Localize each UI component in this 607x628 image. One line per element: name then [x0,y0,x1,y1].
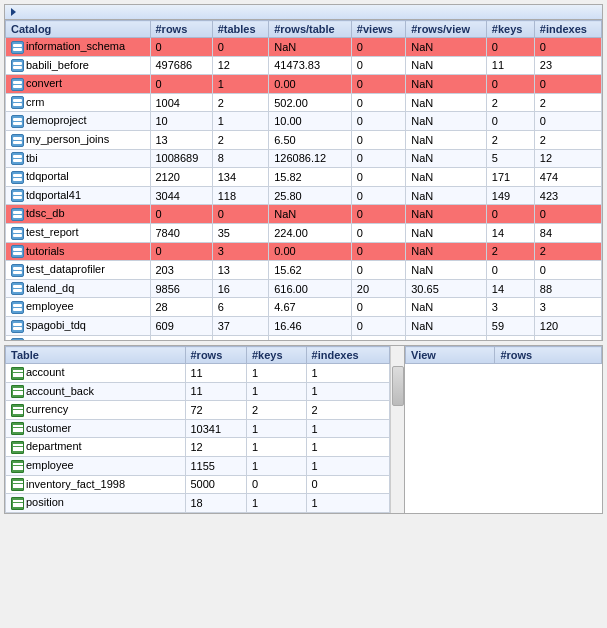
list-item[interactable]: customer1034111 [6,419,390,438]
table-cell: 0 [351,75,405,94]
list-item[interactable]: account1111 [6,364,390,383]
table-cell: 37 [212,316,269,335]
table-cell: 33.00 [269,335,352,340]
table-cell: NaN [406,149,487,168]
catalog-name: weka [6,335,151,340]
table-cell: 0 [486,261,534,280]
table-cell: 0 [351,298,405,317]
table-row[interactable]: tdqportal41304411825.800NaN149423 [6,186,602,205]
table-cell: 0 [351,242,405,261]
table-row[interactable]: spagobi_tdq6093716.460NaN59120 [6,316,602,335]
table-cell: 35 [212,223,269,242]
table-cell: NaN [269,205,352,224]
table-cell: 0 [212,38,269,57]
table-row[interactable]: crm10042502.000NaN22 [6,93,602,112]
table-cell: 0 [351,223,405,242]
scrollbar[interactable] [390,346,404,513]
table-cell: 0 [534,112,601,131]
table-row[interactable]: tdqportal212013415.820NaN171474 [6,168,602,187]
table-cell: NaN [406,261,487,280]
table-row[interactable]: weka33133.000NaN00 [6,335,602,340]
table-cell: 1 [306,456,389,475]
table-cell: 6.50 [269,130,352,149]
table-cell: 0 [486,205,534,224]
table-name: account_back [6,382,186,401]
table-cell: 0 [486,335,534,340]
top-table-header--views: #views [351,21,405,38]
table-cell: 12 [534,149,601,168]
table-cell: 118 [212,186,269,205]
table-cell: 1 [306,419,389,438]
table-row[interactable]: talend_dq985616616.002030.651488 [6,279,602,298]
table-cell: 16 [212,279,269,298]
table-cell: 11 [185,364,246,383]
table-cell: 1 [246,494,306,513]
table-cell: 6 [212,298,269,317]
table-row[interactable]: demoproject10110.000NaN00 [6,112,602,131]
table-cell: 16.46 [269,316,352,335]
list-item[interactable]: account_back1111 [6,382,390,401]
catalog-name: test_dataprofiler [6,261,151,280]
database-icon [11,264,24,277]
table-row[interactable]: my_person_joins1326.500NaN22 [6,130,602,149]
list-item[interactable]: employee115511 [6,456,390,475]
top-table-header--tables: #tables [212,21,269,38]
table-row[interactable]: test_dataprofiler2031315.620NaN00 [6,261,602,280]
table-cell: 23 [534,56,601,75]
table-row[interactable]: tbi10086898126086.120NaN512 [6,149,602,168]
table-cell: 0 [150,242,212,261]
catalog-name: demoproject [6,112,151,131]
table-cell: 224.00 [269,223,352,242]
database-icon [11,59,24,72]
table-cell: 1 [246,419,306,438]
br-header-view: View [406,347,495,364]
list-item[interactable]: department1211 [6,438,390,457]
table-cell: 12 [185,438,246,457]
table-row[interactable]: babili_before4976861241473.830NaN1123 [6,56,602,75]
bottom-left-table: Table#rows#keys#indexes account1111accou… [5,346,390,513]
database-icon [11,320,24,333]
table-name: inventory_fact_1998 [6,475,186,494]
catalog-name: babili_before [6,56,151,75]
table-row[interactable]: tutorials030.000NaN22 [6,242,602,261]
table-cell: NaN [406,38,487,57]
table-row[interactable]: convert010.000NaN00 [6,75,602,94]
table-row[interactable]: employee2864.670NaN33 [6,298,602,317]
table-icon [11,385,24,398]
table-row[interactable]: test_report784035224.000NaN1484 [6,223,602,242]
table-icon [11,404,24,417]
statistical-information-panel: Catalog#rows#tables#rows/table#views#row… [4,4,603,341]
bottom-right-header-row: View#rows [406,347,602,364]
table-cell: 171 [486,168,534,187]
table-cell: 10 [150,112,212,131]
table-cell: 10341 [185,419,246,438]
bottom-left-panel: Table#rows#keys#indexes account1111accou… [5,346,405,513]
scrollbar-thumb[interactable] [392,366,404,406]
table-cell: 0 [534,335,601,340]
list-item[interactable]: position1811 [6,494,390,513]
table-cell: 0 [351,261,405,280]
database-icon [11,338,24,340]
table-cell: 0 [534,75,601,94]
table-cell: 72 [185,401,246,420]
top-table-header--rows-view: #rows/view [406,21,487,38]
list-item[interactable]: inventory_fact_1998500000 [6,475,390,494]
table-row[interactable]: tdsc_db00NaN0NaN00 [6,205,602,224]
table-cell: 0 [351,186,405,205]
list-item[interactable]: currency7222 [6,401,390,420]
table-row[interactable]: information_schema00NaN0NaN00 [6,38,602,57]
table-cell: 1 [212,75,269,94]
table-cell: 423 [534,186,601,205]
table-cell: 2 [246,401,306,420]
table-cell: 33 [150,335,212,340]
table-cell: 0 [534,261,601,280]
table-cell: 0 [212,205,269,224]
table-cell: 1 [306,438,389,457]
top-table-header-row: Catalog#rows#tables#rows/table#views#row… [6,21,602,38]
table-cell: 15.82 [269,168,352,187]
table-cell: 1 [246,438,306,457]
table-cell: 2 [212,130,269,149]
table-cell: 14 [486,223,534,242]
table-cell: 1 [246,382,306,401]
table-cell: 0 [534,205,601,224]
